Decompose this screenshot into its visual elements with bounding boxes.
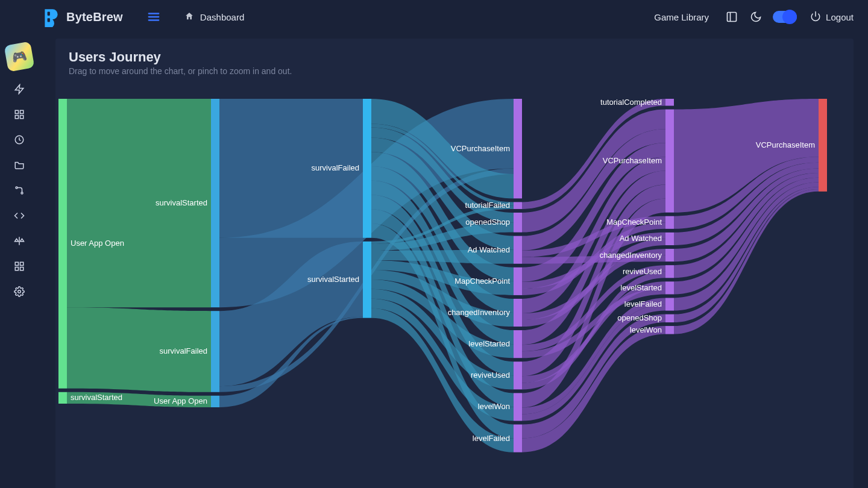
svg-point-15: [21, 192, 23, 194]
sankey-node[interactable]: [514, 213, 522, 233]
gear-icon[interactable]: [13, 286, 25, 298]
sankey-node-label: VCPurchaseItem: [451, 144, 510, 153]
sankey-node[interactable]: [514, 236, 522, 264]
layout-icon[interactable]: [726, 11, 738, 23]
sankey-node[interactable]: [665, 233, 674, 245]
sankey-node[interactable]: [514, 202, 522, 209]
svg-rect-9: [15, 110, 18, 113]
svg-rect-10: [20, 110, 24, 113]
bolt-icon[interactable]: [13, 83, 25, 95]
sankey-node[interactable]: [514, 330, 522, 358]
svg-point-14: [16, 187, 17, 189]
sankey-chart[interactable]: User App OpensurvivalStartedsurvivalStar…: [55, 99, 854, 488]
page-subtitle: Drag to move around the chart, or pinch …: [69, 66, 840, 76]
sankey-node[interactable]: [665, 314, 674, 322]
sankey-node-label: levelWon: [478, 402, 510, 411]
svg-rect-19: [20, 267, 24, 271]
sankey-node[interactable]: [211, 396, 219, 407]
sankey-node[interactable]: [514, 99, 522, 198]
svg-rect-16: [15, 262, 18, 265]
sankey-node-label: survivalStarted: [307, 275, 359, 284]
sankey-node[interactable]: [514, 393, 522, 421]
sankey-node-label: levelStarted: [620, 283, 662, 292]
sankey-node-label: reviveUsed: [623, 267, 662, 276]
sankey-node[interactable]: [211, 99, 219, 307]
page-title: Users Journey: [69, 49, 840, 65]
toggle-knob: [782, 10, 797, 24]
svg-rect-12: [20, 116, 24, 119]
folder-icon[interactable]: [13, 159, 25, 171]
sankey-node[interactable]: [665, 265, 674, 278]
sankey-node-label: survivalFailed: [312, 163, 359, 172]
sankey-node-label: VCPurchaseItem: [756, 140, 815, 149]
svg-rect-0: [48, 12, 50, 16]
flow-icon[interactable]: [13, 184, 25, 196]
sankey-node[interactable]: [58, 99, 67, 389]
sankey-node-label: openedShop: [465, 217, 510, 227]
sankey-node-label: User App Open: [71, 239, 124, 248]
sankey-node[interactable]: [514, 299, 522, 327]
sankey-node-label: openedShop: [617, 313, 662, 322]
sankey-node-label: survivalStarted: [71, 393, 122, 402]
sankey-node[interactable]: [665, 99, 674, 106]
activity-icon[interactable]: [13, 134, 25, 146]
sankey-node-label: User App Open: [154, 396, 207, 405]
svg-rect-1: [48, 18, 50, 22]
scale-icon[interactable]: [13, 235, 25, 247]
brand[interactable]: ByteBrew: [41, 7, 123, 27]
sankey-node-label: levelFailed: [473, 434, 510, 443]
sankey-node[interactable]: [665, 281, 674, 294]
selected-game-icon[interactable]: 🎮: [4, 42, 35, 72]
sankey-node-label: changedInventory: [448, 308, 511, 317]
dark-mode-toggle[interactable]: [773, 11, 797, 23]
sankey-node[interactable]: [665, 249, 674, 261]
svg-rect-11: [15, 116, 18, 119]
brand-logo-icon: [41, 7, 61, 27]
svg-rect-17: [20, 262, 24, 265]
svg-rect-5: [728, 13, 737, 22]
sankey-node[interactable]: [819, 99, 827, 192]
svg-marker-8: [15, 85, 24, 94]
sankey-node[interactable]: [58, 392, 67, 404]
sankey-node[interactable]: [514, 425, 522, 452]
sankey-node-label: tutorialCompleted: [600, 99, 662, 107]
sankey-node[interactable]: [665, 110, 674, 213]
sankey-node-label: levelFailed: [624, 299, 662, 308]
sankey-node[interactable]: [665, 326, 674, 334]
code-icon[interactable]: [13, 210, 25, 222]
sankey-node[interactable]: [363, 242, 371, 318]
sankey-node[interactable]: [514, 267, 522, 295]
sankey-node[interactable]: [665, 216, 674, 229]
breadcrumb-label: Dashboard: [200, 12, 244, 22]
sankey-node-label: survivalFailed: [160, 346, 207, 355]
sankey-node[interactable]: [665, 298, 674, 310]
apps-icon[interactable]: [13, 260, 25, 272]
game-library-link[interactable]: Game Library: [649, 8, 714, 26]
sankey-node[interactable]: [363, 99, 371, 238]
sankey-node-label: levelStarted: [468, 339, 510, 348]
logout-button[interactable]: Logout: [810, 11, 854, 23]
sankey-svg[interactable]: User App OpensurvivalStartedsurvivalStar…: [55, 99, 839, 488]
moon-icon[interactable]: [750, 11, 762, 23]
breadcrumb[interactable]: Dashboard: [184, 11, 244, 23]
sankey-node-label: Ad Watched: [620, 234, 662, 243]
menu-toggle-icon[interactable]: [147, 10, 160, 23]
sidebar: 🎮: [0, 0, 39, 488]
sankey-node-label: levelWon: [630, 325, 662, 334]
logout-label: Logout: [826, 12, 854, 22]
svg-rect-18: [15, 267, 18, 271]
sankey-node-label: reviveUsed: [471, 371, 510, 380]
sankey-node-label: survivalStarted: [156, 198, 207, 207]
sankey-node[interactable]: [211, 311, 219, 392]
sankey-node-label: tutorialFailed: [465, 201, 510, 210]
svg-point-20: [18, 290, 21, 293]
sankey-node-label: MapCheckPoint: [606, 217, 662, 227]
sankey-node[interactable]: [514, 361, 522, 389]
sankey-node-label: MapCheckPoint: [454, 277, 510, 286]
brand-name: ByteBrew: [66, 10, 123, 24]
grid-icon[interactable]: [13, 108, 25, 120]
sankey-node-label: Ad Watched: [468, 245, 510, 254]
sankey-node-label: changedInventory: [600, 251, 662, 260]
content-panel: Users Journey Drag to move around the ch…: [55, 39, 854, 488]
topbar: ByteBrew Dashboard Game Library Logout: [0, 0, 868, 34]
